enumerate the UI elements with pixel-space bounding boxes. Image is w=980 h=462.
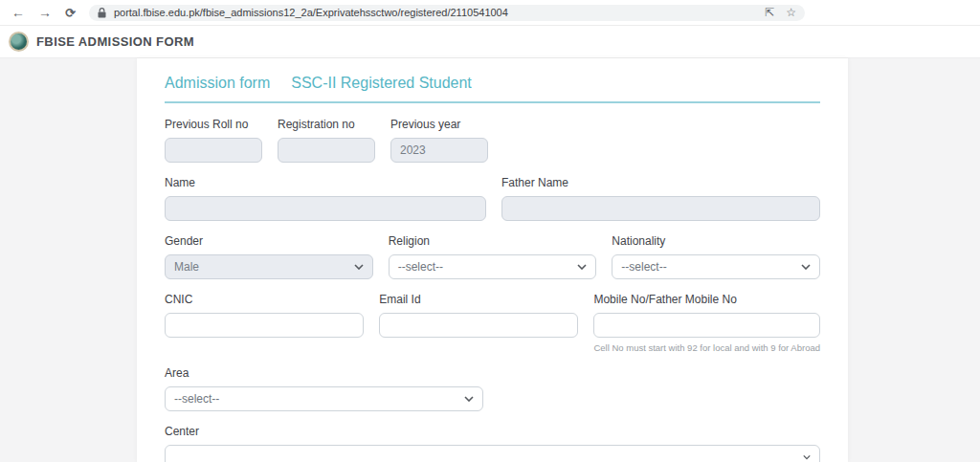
- row-area: Area --select--: [165, 366, 820, 411]
- field-registration-no: Registration no: [278, 118, 375, 163]
- religion-select[interactable]: --select--: [389, 254, 597, 279]
- mobile-input[interactable]: [593, 313, 820, 338]
- browser-toolbar: ← → ⟳ portal.fbise.edu.pk/fbise_admissio…: [0, 0, 980, 26]
- nationality-label: Nationality: [612, 234, 820, 248]
- row-previous-info: Previous Roll no Registration no Previou…: [165, 118, 820, 163]
- admission-form-card: Admission form SSC-II Registered Student…: [137, 58, 848, 462]
- religion-value: --select--: [398, 260, 443, 274]
- chevron-down-icon: [354, 264, 364, 270]
- father-name-input: [501, 196, 820, 221]
- previous-year-input: [390, 138, 488, 163]
- area-label: Area: [165, 366, 483, 380]
- row-demographics: Gender Male Religion --select-- National…: [165, 234, 820, 279]
- chevron-down-icon: [803, 454, 811, 460]
- fbise-logo-icon: [9, 32, 29, 52]
- field-previous-roll-no: Previous Roll no: [165, 118, 262, 163]
- app-title: FBISE ADMISSION FORM: [36, 34, 194, 49]
- field-gender: Gender Male: [165, 234, 373, 279]
- nationality-select[interactable]: --select--: [612, 254, 820, 279]
- reload-icon[interactable]: ⟳: [65, 7, 76, 19]
- field-cnic: CNIC: [165, 293, 364, 353]
- field-area: Area --select--: [165, 366, 483, 411]
- chevron-down-icon: [577, 264, 587, 270]
- religion-label: Religion: [389, 234, 597, 248]
- gender-select: Male: [165, 254, 373, 279]
- mobile-helper-text: Cell No must start with 92 for local and…: [593, 342, 820, 353]
- mobile-label: Mobile No/Father Mobile No: [593, 293, 820, 306]
- row-contact: CNIC Email Id Mobile No/Father Mobile No…: [165, 293, 820, 353]
- form-title: Admission form: [165, 75, 270, 92]
- gender-value: Male: [174, 260, 199, 274]
- registration-no-label: Registration no: [278, 118, 375, 131]
- area-select[interactable]: --select--: [165, 386, 483, 411]
- forward-icon[interactable]: →: [38, 6, 52, 19]
- previous-year-label: Previous year: [390, 118, 488, 131]
- previous-roll-no-label: Previous Roll no: [165, 118, 262, 131]
- field-name: Name: [165, 176, 486, 221]
- app-header: FBISE ADMISSION FORM: [0, 26, 980, 58]
- form-subtitle: SSC-II Registered Student: [291, 75, 472, 92]
- row-center: Center: [165, 425, 820, 462]
- padlock-icon: [98, 8, 106, 18]
- name-label: Name: [165, 176, 486, 189]
- nationality-value: --select--: [621, 260, 666, 274]
- field-center: Center: [165, 425, 820, 462]
- row-names: Name Father Name: [165, 176, 820, 221]
- title-divider: [165, 101, 820, 103]
- url-text[interactable]: portal.fbise.edu.pk/fbise_admissions12_2…: [114, 7, 757, 18]
- email-label: Email Id: [379, 293, 578, 306]
- share-icon[interactable]: ⇱: [765, 7, 774, 18]
- name-input: [165, 196, 486, 221]
- form-title-row: Admission form SSC-II Registered Student: [165, 73, 820, 92]
- center-label: Center: [165, 425, 820, 438]
- chevron-down-icon: [801, 264, 811, 270]
- area-value: --select--: [174, 392, 219, 406]
- field-email: Email Id: [379, 293, 578, 353]
- page-background: Admission form SSC-II Registered Student…: [0, 58, 980, 462]
- father-name-label: Father Name: [501, 176, 820, 189]
- center-select[interactable]: [165, 445, 820, 462]
- email-input[interactable]: [379, 313, 578, 338]
- field-father-name: Father Name: [501, 176, 820, 221]
- cnic-label: CNIC: [165, 293, 364, 306]
- field-nationality: Nationality --select--: [612, 234, 820, 279]
- previous-roll-no-input: [165, 138, 262, 163]
- back-icon[interactable]: ←: [11, 6, 25, 19]
- cnic-input[interactable]: [165, 313, 364, 338]
- field-previous-year: Previous year: [390, 118, 488, 163]
- field-mobile: Mobile No/Father Mobile No Cell No must …: [593, 293, 820, 353]
- field-religion: Religion --select--: [389, 234, 597, 279]
- chevron-down-icon: [464, 396, 474, 402]
- registration-no-input: [278, 138, 375, 163]
- gender-label: Gender: [165, 234, 373, 248]
- address-bar[interactable]: portal.fbise.edu.pk/fbise_admissions12_2…: [89, 5, 805, 21]
- bookmark-star-icon[interactable]: ☆: [786, 7, 796, 18]
